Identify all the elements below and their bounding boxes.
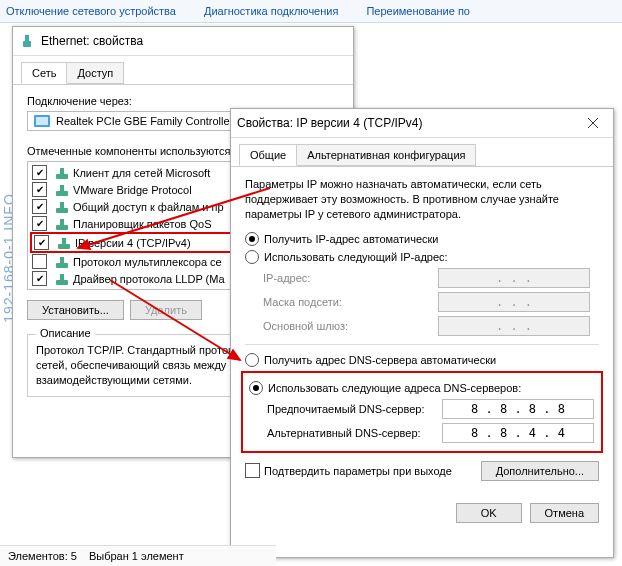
gateway-field: . . . bbox=[438, 316, 590, 336]
advanced-button[interactable]: Дополнительно... bbox=[481, 461, 599, 481]
tab-access[interactable]: Доступ bbox=[66, 62, 124, 84]
checkbox[interactable] bbox=[32, 216, 47, 231]
radio-ip-manual[interactable] bbox=[245, 250, 259, 264]
gateway-label: Основной шлюз: bbox=[263, 320, 438, 332]
protocol-icon bbox=[55, 200, 69, 214]
item-label: Драйвер протокола LLDP (Ма bbox=[73, 273, 225, 285]
dialog-title: Свойства: IP версии 4 (TCP/IPv4) bbox=[237, 116, 573, 130]
dialog-title: Ethernet: свойства bbox=[41, 34, 347, 48]
svg-rect-8 bbox=[56, 208, 68, 213]
dns-auto-row[interactable]: Получить адрес DNS-сервера автоматически bbox=[245, 353, 599, 367]
ethernet-icon bbox=[19, 33, 35, 49]
checkbox[interactable] bbox=[32, 165, 47, 180]
checkbox[interactable] bbox=[32, 182, 47, 197]
tab-network[interactable]: Сеть bbox=[21, 62, 67, 84]
ip-auto-label: Получить IP-адрес автоматически bbox=[264, 233, 438, 245]
protocol-icon bbox=[57, 236, 71, 250]
ip-address-field: . . . bbox=[438, 268, 590, 288]
protocol-icon bbox=[55, 183, 69, 197]
titlebar: Ethernet: свойства bbox=[13, 27, 353, 56]
ipv4-properties-dialog: Свойства: IP версии 4 (TCP/IPv4) Общие А… bbox=[230, 108, 614, 558]
connect-via-label: Подключение через: bbox=[27, 95, 339, 107]
cmd-disable[interactable]: Отключение сетевого устройства bbox=[6, 5, 176, 17]
dns-alt-field[interactable]: 8 . 8 . 4 . 4 bbox=[442, 423, 594, 443]
dns-auto-label: Получить адрес DNS-сервера автоматически bbox=[264, 354, 496, 366]
subnet-mask-field: . . . bbox=[438, 292, 590, 312]
checkbox[interactable] bbox=[32, 199, 47, 214]
ip-auto-row[interactable]: Получить IP-адрес автоматически bbox=[245, 232, 599, 246]
tab-general[interactable]: Общие bbox=[239, 144, 297, 166]
dns-manual-row[interactable]: Использовать следующие адреса DNS-сервер… bbox=[249, 381, 595, 395]
validate-label: Подтвердить параметры при выходе bbox=[264, 465, 452, 477]
ok-button[interactable]: OK bbox=[456, 503, 522, 523]
svg-rect-0 bbox=[25, 35, 29, 41]
dns-manual-label: Использовать следующие адреса DNS-сервер… bbox=[268, 382, 521, 394]
radio-ip-auto[interactable] bbox=[245, 232, 259, 246]
cancel-button[interactable]: Отмена bbox=[530, 503, 599, 523]
protocol-icon bbox=[55, 272, 69, 286]
item-label: IP версии 4 (TCP/IPv4) bbox=[75, 237, 191, 249]
checkbox[interactable] bbox=[32, 254, 47, 269]
cmd-rename[interactable]: Переименование по bbox=[366, 5, 470, 17]
item-label: Клиент для сетей Microsoft bbox=[73, 167, 210, 179]
checkbox[interactable] bbox=[34, 235, 49, 250]
install-button[interactable]: Установить... bbox=[27, 300, 124, 320]
protocol-icon bbox=[55, 217, 69, 231]
status-count: Элементов: 5 bbox=[8, 550, 77, 562]
subnet-mask-label: Маска подсети: bbox=[263, 296, 438, 308]
dns-pref-field[interactable]: 8 . 8 . 8 . 8 bbox=[442, 399, 594, 419]
svg-rect-14 bbox=[56, 263, 68, 268]
tabs: Сеть Доступ bbox=[13, 56, 353, 85]
dns-pref-label: Предпочитаемый DNS-сервер: bbox=[267, 403, 442, 415]
radio-dns-manual[interactable] bbox=[249, 381, 263, 395]
tabs: Общие Альтернативная конфигурация bbox=[231, 138, 613, 167]
svg-rect-3 bbox=[36, 117, 48, 125]
svg-rect-4 bbox=[56, 174, 68, 179]
svg-rect-7 bbox=[60, 185, 64, 191]
svg-rect-12 bbox=[58, 244, 70, 249]
close-icon bbox=[588, 118, 598, 128]
description-label: Описание bbox=[36, 327, 95, 339]
svg-rect-9 bbox=[60, 202, 64, 208]
ip-manual-label: Использовать следующий IP-адрес: bbox=[264, 251, 448, 263]
titlebar: Свойства: IP версии 4 (TCP/IPv4) bbox=[231, 109, 613, 138]
validate-on-exit[interactable]: Подтвердить параметры при выходе bbox=[245, 463, 452, 478]
cmd-diagnose[interactable]: Диагностика подключения bbox=[204, 5, 338, 17]
item-label: Общий доступ к файлам и пр bbox=[73, 201, 224, 213]
remove-button: Удалить bbox=[130, 300, 202, 320]
validate-checkbox[interactable] bbox=[245, 463, 260, 478]
protocol-icon bbox=[55, 166, 69, 180]
svg-rect-6 bbox=[56, 191, 68, 196]
status-bar: Элементов: 5 Выбран 1 элемент bbox=[0, 545, 276, 566]
svg-rect-1 bbox=[23, 41, 31, 47]
item-label: Планировщик пакетов QoS bbox=[73, 218, 212, 230]
ip-address-label: IP-адрес: bbox=[263, 272, 438, 284]
svg-rect-15 bbox=[60, 257, 64, 263]
item-label: VMware Bridge Protocol bbox=[73, 184, 192, 196]
nic-icon bbox=[34, 115, 50, 127]
intro-text: Параметры IP можно назначать автоматичес… bbox=[245, 177, 599, 222]
close-button[interactable] bbox=[573, 109, 613, 137]
checkbox[interactable] bbox=[32, 271, 47, 286]
dns-alt-label: Альтернативный DNS-сервер: bbox=[267, 427, 442, 439]
svg-rect-5 bbox=[60, 168, 64, 174]
svg-rect-13 bbox=[62, 238, 66, 244]
tab-alternate[interactable]: Альтернативная конфигурация bbox=[296, 144, 476, 166]
item-label: Протокол мультиплексора се bbox=[73, 256, 222, 268]
svg-rect-16 bbox=[56, 280, 68, 285]
protocol-icon bbox=[55, 255, 69, 269]
svg-rect-17 bbox=[60, 274, 64, 280]
radio-dns-auto[interactable] bbox=[245, 353, 259, 367]
svg-rect-10 bbox=[56, 225, 68, 230]
svg-rect-11 bbox=[60, 219, 64, 225]
status-selected: Выбран 1 элемент bbox=[89, 550, 184, 562]
ip-manual-row[interactable]: Использовать следующий IP-адрес: bbox=[245, 250, 599, 264]
explorer-command-bar: Отключение сетевого устройства Диагности… bbox=[0, 0, 622, 23]
adapter-name: Realtek PCIe GBE Family Controller bbox=[56, 115, 233, 127]
